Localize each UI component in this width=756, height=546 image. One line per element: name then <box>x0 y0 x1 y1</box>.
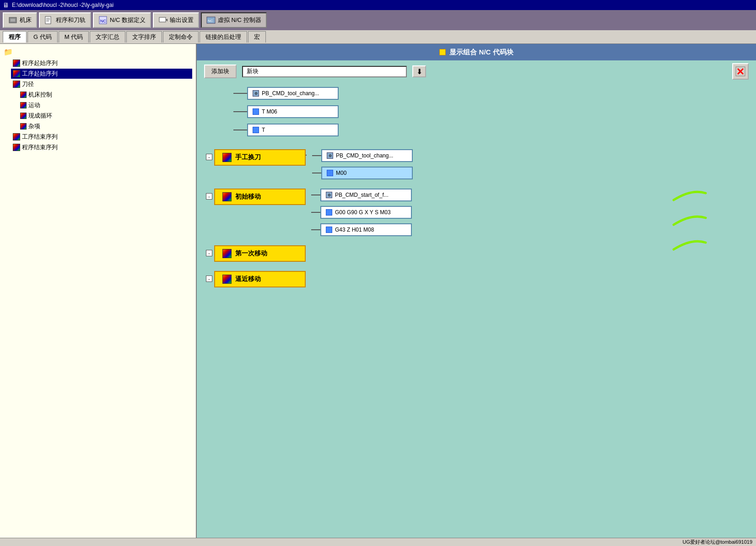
cmd-block-m00[interactable]: M00 <box>321 167 413 179</box>
line-shougong-2 <box>312 173 321 173</box>
tab-m-code[interactable]: M 代码 <box>59 31 89 43</box>
cube-icon-8 <box>13 133 20 141</box>
orphan-row-2: T M06 <box>233 105 747 118</box>
orphan-row-3: T <box>233 124 747 136</box>
proc-icon-c1: ⚙ <box>326 192 332 198</box>
h-line-1 <box>233 93 247 94</box>
delete-button[interactable] <box>732 63 749 80</box>
block-name-input[interactable] <box>242 66 407 77</box>
tab-wenzi-huizong[interactable]: 文字汇总 <box>90 31 125 43</box>
proc-icon-s1: ⚙ <box>327 152 333 159</box>
cmd-block-t[interactable]: T <box>247 124 339 136</box>
cmd-icon-g00 <box>326 209 332 216</box>
collapse-diyici[interactable]: - <box>206 250 212 256</box>
swoosh-2 <box>669 213 710 227</box>
h-connect-shougong <box>306 155 307 156</box>
toolbar-shuchu[interactable]: 输出设置 <box>153 12 199 28</box>
cmd-block-g43[interactable]: G43 Z H01 M08 <box>320 223 412 236</box>
toolbar-chengxu[interactable]: 程序和刀轨 <box>39 12 91 28</box>
title-text: E:\download\houcl -2\houcl -2\ly-gai\ly-… <box>12 2 113 8</box>
tree-item-xianchengxunhuan[interactable]: 现成循环 <box>18 111 192 121</box>
right-header: 显示组合 N/C 代码块 <box>197 44 756 60</box>
toolbar-nc-data[interactable]: NC N/C 数据定义 <box>93 12 151 28</box>
cube-icon-1 <box>13 59 20 67</box>
cmd-icon-g43 <box>326 227 332 233</box>
tab-wenzi-paixu[interactable]: 文字排序 <box>126 31 162 43</box>
status-text: UG爱好者论坛@tombai691019 <box>683 539 752 546</box>
cmd-block-tmo6[interactable]: T M06 <box>247 105 339 118</box>
cube-icon-7 <box>20 123 27 130</box>
tab-dingzhi[interactable]: 定制命令 <box>163 31 199 43</box>
block-cube-bijin <box>222 275 232 284</box>
collapse-shougong[interactable]: - <box>206 154 212 160</box>
line-chushi-3 <box>311 229 320 230</box>
main-toolbar: 机床 程序和刀轨 NC N/C 数据定义 输出设置 NC 虚拟 N/C 控制器 <box>0 10 756 30</box>
tree-item-jichuangkongzhi[interactable]: 机床控制 <box>18 90 192 100</box>
block-cube-diyici <box>222 249 232 258</box>
proc-block-shougong-1[interactable]: ⚙ PB_CMD_tool_chang... <box>321 149 413 162</box>
chengxu-icon <box>44 16 54 25</box>
code-row-chushi-1: ⚙ PB_CMD_start_of_f... <box>311 189 412 201</box>
tree-item-chengxuqishi[interactable]: 程序起始序列 <box>11 58 192 68</box>
tree-item-gongxuqishi[interactable]: 工序起始序列 <box>11 69 192 79</box>
cube-icon-2 <box>13 70 20 77</box>
cmd-icon-3 <box>253 127 259 133</box>
tab-g-code[interactable]: G 代码 <box>27 31 58 43</box>
cube-icon-5 <box>20 102 27 108</box>
toolbar-jichuang[interactable]: 机床 <box>3 12 37 28</box>
tab-lianjie[interactable]: 链接的后处理 <box>200 31 247 43</box>
header-yellow-icon <box>439 49 446 55</box>
proc-block-chushi-1[interactable]: ⚙ PB_CMD_start_of_f... <box>320 189 412 201</box>
shuchu-label: 输出设置 <box>170 16 194 24</box>
secondary-toolbar: 程序 G 代码 M 代码 文字汇总 文字排序 定制命令 链接的后处理 宏 <box>0 30 756 44</box>
code-row-1-shougong: ⚙ PB_CMD_tool_chang... <box>312 149 413 162</box>
tree-item-yundong[interactable]: 运动 <box>18 100 192 110</box>
cmd-icon-m00 <box>327 170 333 176</box>
delete-icon <box>735 66 746 77</box>
chengxu-label: 程序和刀轨 <box>56 16 86 24</box>
tab-chengxu[interactable]: 程序 <box>3 31 27 43</box>
svg-marker-9 <box>166 19 167 22</box>
collapse-bijin[interactable]: - <box>206 276 212 282</box>
block-cube-chushi <box>222 192 232 201</box>
right-toolbar: 添加块 ⬇ <box>197 60 756 82</box>
orphan-code-group: ⚙ PB_CMD_tool_chang... T M06 <box>233 87 747 142</box>
swoosh-area <box>669 189 710 252</box>
content-area: 📁 程序起始序列 工序起始序列 刀径 机床控制 运动 现成循环 <box>0 44 756 538</box>
proc-icon-1: ⚙ <box>253 90 259 97</box>
line-chushi-1 <box>311 195 320 195</box>
orphan-row-1: ⚙ PB_CMD_tool_chang... <box>233 87 747 100</box>
title-bar: 🖥 E:\download\houcl -2\houcl -2\ly-gai\l… <box>0 0 756 10</box>
block-cube-shougong <box>222 153 232 162</box>
tab-hong[interactable]: 宏 <box>248 31 266 43</box>
proc-block-1[interactable]: ⚙ PB_CMD_tool_chang... <box>247 87 339 100</box>
code-row-chushi-3: G43 Z H01 M08 <box>311 223 412 236</box>
block-label-bijin[interactable]: 逼近移动 <box>214 271 306 287</box>
cube-icon-4 <box>20 92 27 98</box>
block-label-chushi[interactable]: 初始移动 <box>214 189 306 205</box>
tree-item-chengxujieshu[interactable]: 程序结束序列 <box>11 142 192 152</box>
nc-label: N/C 数据定义 <box>110 16 146 24</box>
tree-root: 📁 <box>4 48 192 56</box>
code-row-2-shougong: M00 <box>312 167 413 179</box>
cube-icon-6 <box>20 113 27 119</box>
line-shougong-1 <box>312 155 321 156</box>
tree-item-daojing[interactable]: 刀径 <box>11 79 192 89</box>
block-label-diyici[interactable]: 第一次移动 <box>214 245 306 262</box>
svg-rect-1 <box>11 19 15 22</box>
toolbar-xuni[interactable]: NC 虚拟 N/C 控制器 <box>201 12 267 28</box>
cmd-block-g00[interactable]: G00 G90 G X Y S M03 <box>320 206 412 219</box>
download-icon: ⬇ <box>416 67 422 76</box>
swoosh-1 <box>669 189 710 202</box>
cmd-icon-2 <box>253 108 259 115</box>
jichuang-icon <box>8 16 17 25</box>
collapse-chushi[interactable]: - <box>206 193 212 200</box>
block-row-chushi: - 初始移动 ⚙ PB_CMD_start_of_f... <box>206 189 747 236</box>
download-button[interactable]: ⬇ <box>412 65 426 77</box>
code-row-chushi-2: G00 G90 G X Y S M03 <box>311 206 412 219</box>
tree-item-zaxiang[interactable]: 杂项 <box>18 121 192 131</box>
block-label-shougong[interactable]: 手工换刀 <box>214 149 306 166</box>
tree-item-gongxujieshu[interactable]: 工序结束序列 <box>11 132 192 142</box>
code-blocks-shougong: ⚙ PB_CMD_tool_chang... M00 <box>312 149 413 179</box>
add-block-button[interactable]: 添加块 <box>204 65 237 78</box>
